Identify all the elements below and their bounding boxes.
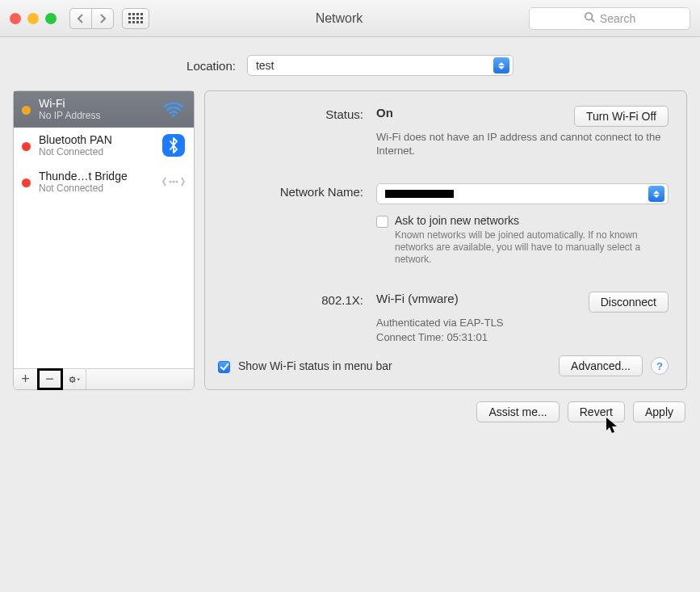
close-window-button[interactable] (10, 13, 21, 24)
services-sidebar: Wi-Fi No IP Address (13, 90, 195, 390)
back-button[interactable] (69, 8, 91, 29)
service-substatus: Not Connected (39, 146, 153, 157)
ask-to-join-hint: Known networks will be joined automatica… (395, 229, 669, 266)
status-description: Wi-Fi does not have an IP address and ca… (376, 130, 669, 157)
dot1x-profile: Wi-Fi (vmware) (376, 292, 459, 305)
help-button[interactable]: ? (651, 357, 669, 375)
svg-point-0 (585, 13, 593, 20)
ask-to-join-label: Ask to join new networks (395, 214, 669, 227)
services-list: Wi-Fi No IP Address (14, 91, 194, 368)
svg-point-2 (172, 114, 174, 116)
window-title: Network (157, 11, 521, 26)
svg-line-12 (69, 377, 70, 378)
window-controls (10, 13, 57, 24)
network-name-value (385, 187, 454, 200)
sidebar-footer: + − (14, 368, 194, 389)
status-dot-icon (22, 142, 31, 151)
location-label: Location: (187, 59, 236, 73)
service-actions-menu[interactable] (62, 369, 86, 389)
toggle-wifi-button[interactable]: Turn Wi-Fi Off (574, 106, 669, 127)
network-name-select[interactable] (376, 183, 669, 204)
minimize-window-button[interactable] (27, 13, 39, 24)
updown-caret-icon (648, 186, 664, 202)
show-wifi-menubar-checkbox[interactable] (218, 361, 230, 373)
svg-line-13 (73, 381, 74, 382)
status-dot-icon (22, 178, 31, 187)
search-field[interactable]: Search (529, 7, 690, 30)
dot1x-time-line: Connect Time: 05:31:01 (376, 330, 669, 344)
service-substatus: No IP Address (39, 110, 153, 121)
location-value: test (256, 59, 275, 72)
service-name: Thunde…t Bridge (39, 170, 153, 183)
svg-line-15 (73, 377, 74, 378)
bluetooth-icon (161, 133, 186, 157)
location-row: Location: test (13, 55, 687, 76)
dot1x-auth-line: Authenticated via EAP-TLS (376, 316, 669, 330)
svg-point-4 (172, 180, 174, 183)
status-dot-icon (22, 106, 31, 115)
search-placeholder: Search (600, 12, 635, 25)
service-name: Wi-Fi (39, 97, 153, 110)
add-service-button[interactable]: + (14, 369, 38, 389)
service-substatus: Not Connected (39, 183, 153, 194)
service-item-wifi[interactable]: Wi-Fi No IP Address (14, 91, 194, 128)
svg-point-3 (169, 180, 171, 183)
service-name: Bluetooth PAN (39, 133, 153, 146)
svg-line-14 (69, 381, 70, 382)
status-label: Status: (218, 106, 363, 121)
ask-to-join-checkbox[interactable] (376, 216, 388, 228)
advanced-button[interactable]: Advanced... (559, 355, 643, 376)
svg-point-7 (71, 379, 72, 380)
titlebar: Network Search (0, 0, 700, 37)
service-item-bluetooth-pan[interactable]: Bluetooth PAN Not Connected (14, 128, 194, 164)
apply-button[interactable]: Apply (633, 401, 685, 422)
search-icon (584, 11, 595, 25)
assist-me-button[interactable]: Assist me... (476, 401, 559, 422)
status-value: On (376, 106, 393, 120)
service-details-panel: Status: On Turn Wi-Fi Off Wi-Fi does not… (204, 90, 687, 390)
nav-back-forward (69, 8, 114, 29)
svg-line-1 (591, 19, 594, 23)
network-name-label: Network Name: (218, 183, 363, 199)
remove-service-button[interactable]: − (38, 369, 62, 389)
forward-button[interactable] (91, 8, 114, 29)
sidebar-footer-spacer (86, 369, 194, 389)
show-all-button[interactable] (122, 8, 149, 29)
svg-point-5 (175, 180, 178, 183)
footer-buttons: Assist me... Revert Apply (13, 401, 687, 422)
service-item-thunderbolt-bridge[interactable]: Thunde…t Bridge Not Connected (14, 164, 194, 200)
zoom-window-button[interactable] (45, 13, 57, 24)
thunderbolt-bridge-icon (161, 170, 186, 194)
revert-button[interactable]: Revert (568, 401, 625, 422)
updown-caret-icon (493, 57, 509, 73)
wifi-icon (161, 97, 186, 121)
dot1x-label: 802.1X: (218, 292, 363, 307)
dot1x-disconnect-button[interactable]: Disconnect (589, 292, 669, 313)
location-select[interactable]: test (247, 55, 513, 76)
show-wifi-menubar-label: Show Wi-Fi status in menu bar (238, 359, 392, 372)
